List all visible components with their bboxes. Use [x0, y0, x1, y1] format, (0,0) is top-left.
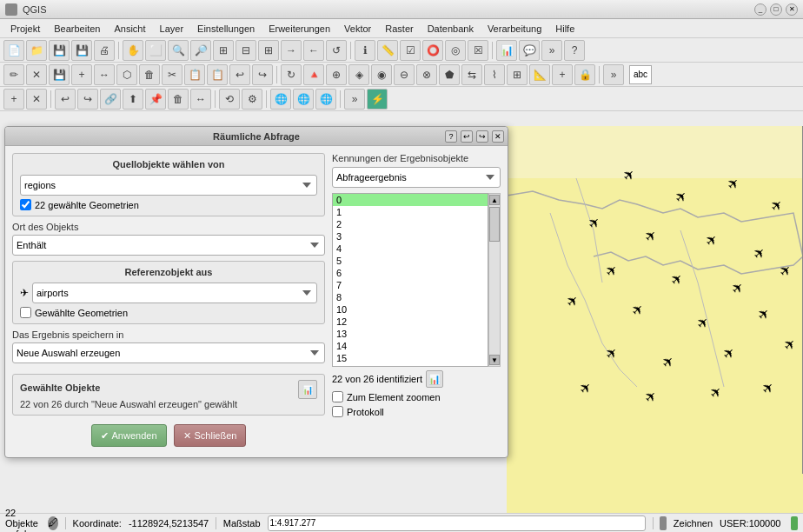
toolbar-undo2[interactable]: ↩ — [55, 89, 76, 110]
toolbar-wcs[interactable]: 🌐 — [270, 89, 291, 110]
dialog-redo-btn[interactable]: ↪ — [476, 130, 488, 143]
reference-layer-select[interactable]: airports — [32, 283, 317, 303]
toolbar-rotate[interactable]: ↻ — [281, 64, 302, 85]
apply-button[interactable]: ✔ Anwenden — [91, 424, 167, 447]
scrollbar[interactable]: ▲ ▼ — [488, 193, 501, 367]
menu-hilfe[interactable]: Hilfe — [548, 22, 581, 36]
toolbar-edit-toggle[interactable]: ✏ — [3, 64, 24, 85]
toolbar-redo2[interactable]: ↪ — [77, 89, 98, 110]
source-layer-select[interactable]: regions — [20, 175, 317, 196]
toolbar-reshape[interactable]: ⬟ — [439, 64, 460, 85]
toolbar-tip[interactable]: 💬 — [519, 40, 540, 61]
toolbar-transform[interactable]: ⟲ — [219, 89, 240, 110]
toolbar-undo[interactable]: ↩ — [229, 64, 250, 85]
close-button[interactable]: ✕ Schließen — [174, 424, 247, 447]
toolbar-save-edits[interactable]: 💾 — [49, 64, 70, 85]
list-item[interactable]: 12 — [333, 316, 488, 328]
toolbar-coord[interactable]: + — [552, 64, 573, 85]
toolbar-redo[interactable]: ↪ — [252, 64, 273, 85]
toolbar-add-part[interactable]: ◈ — [348, 64, 369, 85]
scroll-up-btn[interactable]: ▲ — [489, 195, 500, 205]
list-item[interactable]: 10 — [333, 303, 488, 316]
geometry-checkbox[interactable] — [20, 199, 31, 210]
toolbar-select-radius[interactable]: ◎ — [445, 40, 466, 61]
toolbar-navigate[interactable]: ⬆ — [123, 89, 143, 110]
menu-erweiterungen[interactable]: Erweiterungen — [262, 22, 337, 36]
toolbar-snapping[interactable]: 🔒 — [574, 64, 595, 85]
toolbar-copy[interactable]: 📋 — [184, 64, 205, 85]
results-dropdown[interactable]: Abfrageergebnis — [332, 167, 501, 188]
list-item[interactable]: 13 — [333, 328, 488, 340]
dialog-help-btn[interactable]: ? — [445, 130, 457, 143]
toolbar-deselect[interactable]: ☒ — [468, 40, 488, 61]
toolbar-cut[interactable]: ✂ — [162, 64, 182, 85]
toolbar-move-point[interactable]: ↔ — [190, 89, 211, 110]
menu-raster[interactable]: Raster — [378, 22, 420, 36]
result-store-select[interactable]: Neue Auswahl erzeugen — [12, 342, 325, 363]
toolbar-add-feature[interactable]: + — [71, 64, 92, 85]
toolbar-edit-cancel[interactable]: ✕ — [26, 64, 47, 85]
toolbar-help[interactable]: ? — [564, 40, 585, 61]
gewaehlte-checkbox[interactable] — [20, 307, 31, 318]
list-item[interactable]: 3 — [333, 230, 488, 243]
close-button[interactable]: ✕ — [786, 3, 798, 16]
selected-icon-btn[interactable]: 📊 — [298, 380, 317, 399]
toolbar-wms[interactable]: 🌐 — [315, 89, 336, 110]
toolbar-delete-selected[interactable]: 🗑 — [139, 64, 160, 85]
menu-layer[interactable]: Layer — [153, 22, 191, 36]
toolbar-del-ring[interactable]: ⊖ — [394, 64, 415, 85]
toolbar-settings2[interactable]: ⚙ — [242, 89, 262, 110]
list-item[interactable]: 14 — [333, 340, 488, 352]
toolbar-refresh[interactable]: ↺ — [326, 40, 347, 61]
toolbar-split[interactable]: ⌇ — [484, 64, 505, 85]
scroll-down-btn[interactable]: ▼ — [489, 355, 500, 365]
dialog-close-btn[interactable]: ✕ — [492, 130, 504, 143]
menu-datenbank[interactable]: Datenbank — [421, 22, 481, 36]
toolbar-merge[interactable]: ⊞ — [507, 64, 528, 85]
menu-vektor[interactable]: Vektor — [337, 22, 378, 36]
dialog-undo-btn[interactable]: ↩ — [461, 130, 473, 143]
toolbar-more3[interactable]: » — [344, 89, 365, 110]
list-item[interactable]: 1 — [333, 206, 488, 218]
toolbar-simplify[interactable]: 🔺 — [303, 64, 324, 85]
menu-ansicht[interactable]: Ansicht — [107, 22, 152, 36]
location-select[interactable]: Enthält — [12, 235, 325, 256]
list-item[interactable]: 7 — [333, 279, 488, 291]
toolbar-zoom-layer[interactable]: ⊟ — [236, 40, 256, 61]
toolbar-pan[interactable]: ✋ — [123, 40, 143, 61]
list-item[interactable]: 16 — [333, 364, 488, 367]
toolbar-more2[interactable]: » — [603, 64, 624, 85]
toolbar-zoom-next[interactable]: → — [281, 40, 302, 61]
toolbar-add-point[interactable]: 📌 — [145, 89, 166, 110]
toolbar-save[interactable]: 💾 — [49, 40, 70, 61]
toolbar-cancel2[interactable]: ✕ — [26, 89, 47, 110]
toolbar-plugin[interactable]: ⚡ — [367, 89, 388, 110]
toolbar-add-ring[interactable]: ⊕ — [326, 64, 347, 85]
toolbar-select-rect[interactable]: ⬜ — [145, 40, 166, 61]
toolbar-select-polygon[interactable]: ⭕ — [422, 40, 443, 61]
map-canvas[interactable]: ✈ ✈ ✈ ✈ ✈ ✈ ✈ ✈ ✈ ✈ ✈ ✈ ✈ ✈ ✈ ✈ ✈ ✈ ✈ ✈ … — [507, 126, 803, 513]
toolbar-fill-ring[interactable]: ◉ — [371, 64, 392, 85]
list-item[interactable]: 2 — [333, 218, 488, 230]
toolbar-attribute-table[interactable]: 📊 — [496, 40, 517, 61]
results-list[interactable]: 0 1 2 3 4 5 6 7 8 10 12 13 14 15 16 17 1 — [332, 193, 488, 367]
log-checkbox[interactable] — [332, 406, 343, 417]
toolbar-zoom-selected[interactable]: ⊞ — [258, 40, 279, 61]
toolbar-open[interactable]: 📁 — [26, 40, 47, 61]
toolbar-wfs[interactable]: 🌐 — [293, 89, 314, 110]
toolbar-measure-line[interactable]: 📏 — [377, 40, 398, 61]
toolbar-paste[interactable]: 📋 — [207, 64, 228, 85]
toolbar-save-as[interactable]: 💾 — [71, 40, 92, 61]
maximize-button[interactable]: □ — [770, 3, 782, 16]
zoom-checkbox[interactable] — [332, 391, 343, 402]
result-status-btn[interactable]: 📊 — [426, 370, 443, 388]
toolbar-node-tool[interactable]: ⬡ — [116, 64, 137, 85]
menu-verarbeitung[interactable]: Verarbeitung — [481, 22, 548, 36]
minimize-button[interactable]: _ — [754, 3, 766, 16]
list-item[interactable]: 15 — [333, 352, 488, 364]
list-item[interactable]: 0 — [333, 194, 488, 206]
toolbar-more[interactable]: » — [541, 40, 562, 61]
toolbar-link[interactable]: 🔗 — [100, 89, 121, 110]
toolbar-georef[interactable]: + — [3, 89, 24, 110]
toolbar-new[interactable]: 📄 — [3, 40, 24, 61]
